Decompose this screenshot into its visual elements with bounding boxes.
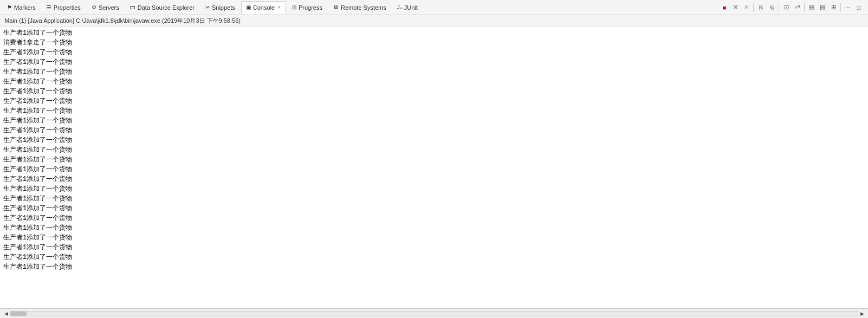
console-line: 生产者1添加了一个货物 xyxy=(3,213,865,223)
console-line: 生产者1添加了一个货物 xyxy=(3,252,865,262)
console-line: 生产者1添加了一个货物 xyxy=(3,223,865,233)
word-wrap-button[interactable]: ⏎ xyxy=(792,3,802,12)
paste-button[interactable]: ⎗ xyxy=(767,3,776,12)
tab-properties[interactable]: ☰Properties xyxy=(42,1,86,14)
console-line: 生产者1添加了一个货物 xyxy=(3,96,865,106)
toolbar-separator xyxy=(753,3,754,12)
console-line: 生产者1添加了一个货物 xyxy=(3,145,865,155)
scroll-right-arrow[interactable]: ▶ xyxy=(858,310,866,317)
remove-button[interactable]: ✕ xyxy=(730,3,740,12)
tab-bar: ⚑Markers☰Properties⚙Servers🗃Data Source … xyxy=(0,0,868,15)
scroll-left-arrow[interactable]: ◀ xyxy=(2,310,10,317)
console-header-text: Main (1) [Java Application] C:\Java\jdk1… xyxy=(4,17,241,25)
tab-markers[interactable]: ⚑Markers xyxy=(2,1,41,14)
console-line: 生产者1添加了一个货物 xyxy=(3,243,865,252)
tab-label-markers: Markers xyxy=(14,4,36,11)
toolbar-buttons: ■✕✕⎘⎗⊡⏎▤▤⊞─□ xyxy=(720,3,866,12)
terminate-button[interactable]: ■ xyxy=(720,3,729,12)
new-console-button[interactable]: ▤ xyxy=(818,3,827,12)
console-line: 生产者1添加了一个货物 xyxy=(3,126,865,135)
tab-label-snippets: Snippets xyxy=(212,4,235,11)
console-line: 生产者1添加了一个货物 xyxy=(3,116,865,126)
console-line: 生产者1添加了一个货物 xyxy=(3,67,865,77)
tab-label-servers: Servers xyxy=(99,4,119,11)
console-line: 生产者1添加了一个货物 xyxy=(3,233,865,243)
eclipse-window: ⚑Markers☰Properties⚙Servers🗃Data Source … xyxy=(0,0,868,318)
tab-icon-properties: ☰ xyxy=(47,4,51,10)
console-line: 生产者1添加了一个货物 xyxy=(3,184,865,194)
console-line: 消费者1拿走了一个货物 xyxy=(3,38,865,48)
toolbar-separator xyxy=(804,3,805,12)
remove-all-button[interactable]: ✕ xyxy=(741,3,751,12)
tab-datasource[interactable]: 🗃Data Source Explorer xyxy=(125,1,199,14)
tab-icon-progress: ⊡ xyxy=(292,4,296,10)
tab-icon-markers: ⚑ xyxy=(7,4,12,10)
tab-servers[interactable]: ⚙Servers xyxy=(87,1,124,14)
tab-icon-remote: 🖥 xyxy=(333,4,339,10)
tab-label-remote: Remote Systems xyxy=(341,4,386,11)
tab-icon-datasource: 🗃 xyxy=(130,4,135,10)
console-line: 生产者1添加了一个货物 xyxy=(3,135,865,145)
scrollbar-thumb[interactable] xyxy=(10,311,27,316)
scrollbar-track[interactable] xyxy=(10,311,858,316)
tab-junit[interactable]: JᵤJUnit xyxy=(392,1,423,14)
console-line: 生产者1添加了一个货物 xyxy=(3,204,865,213)
tab-icon-servers: ⚙ xyxy=(92,4,96,10)
tab-label-datasource: Data Source Explorer xyxy=(138,4,195,11)
console-line: 生产者1添加了一个货物 xyxy=(3,77,865,87)
tab-label-progress: Progress xyxy=(299,4,322,11)
scroll-lock-button[interactable]: ⊡ xyxy=(781,3,791,12)
open-console-button[interactable]: ▤ xyxy=(807,3,817,12)
tabs-container: ⚑Markers☰Properties⚙Servers🗃Data Source … xyxy=(2,1,718,14)
tab-remote[interactable]: 🖥Remote Systems xyxy=(328,1,391,14)
maximize-button[interactable]: □ xyxy=(854,3,864,12)
console-line: 生产者1添加了一个货物 xyxy=(3,28,865,38)
tab-console[interactable]: ▣Console× xyxy=(241,1,286,14)
console-line: 生产者1添加了一个货物 xyxy=(3,194,865,204)
toolbar-separator xyxy=(840,3,841,12)
console-line: 生产者1添加了一个货物 xyxy=(3,48,865,57)
console-header: Main (1) [Java Application] C:\Java\jdk1… xyxy=(0,15,868,27)
console-line: 生产者1添加了一个货物 xyxy=(3,174,865,184)
console-line: 生产者1添加了一个货物 xyxy=(3,87,865,96)
tab-progress[interactable]: ⊡Progress xyxy=(287,1,327,14)
pin-button[interactable]: ⊞ xyxy=(828,3,838,12)
toolbar-separator xyxy=(779,3,779,12)
tab-icon-console: ▣ xyxy=(246,4,251,10)
tab-snippets[interactable]: ✂Snippets xyxy=(200,1,240,14)
console-line: 生产者1添加了一个货物 xyxy=(3,155,865,165)
minimize-button[interactable]: ─ xyxy=(843,3,853,12)
horizontal-scrollbar: ◀ ▶ xyxy=(0,308,868,318)
tab-label-console: Console xyxy=(253,4,275,11)
copy-button[interactable]: ⎘ xyxy=(756,3,766,12)
console-body[interactable]: 生产者1添加了一个货物消费者1拿走了一个货物生产者1添加了一个货物生产者1添加了… xyxy=(0,27,868,308)
console-line: 生产者1添加了一个货物 xyxy=(3,57,865,67)
tab-icon-junit: Jᵤ xyxy=(397,4,402,10)
tab-icon-snippets: ✂ xyxy=(205,4,210,10)
tab-close-console[interactable]: × xyxy=(277,4,281,10)
console-line: 生产者1添加了一个货物 xyxy=(3,165,865,174)
console-line: 生产者1添加了一个货物 xyxy=(3,262,865,272)
console-line: 生产者1添加了一个货物 xyxy=(3,106,865,116)
tab-label-junit: JUnit xyxy=(404,4,418,11)
tab-label-properties: Properties xyxy=(54,4,81,11)
